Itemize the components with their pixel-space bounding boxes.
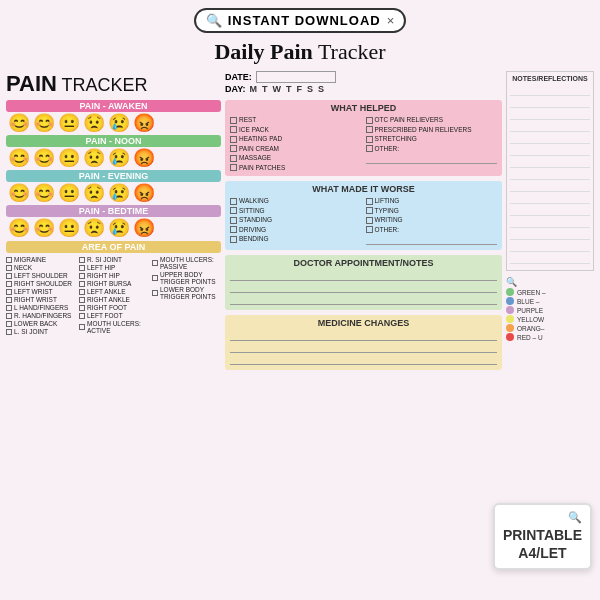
checkbox[interactable] xyxy=(230,217,237,224)
emoji-1: 😊 xyxy=(8,219,30,237)
checkbox[interactable] xyxy=(79,289,85,295)
notes-line[interactable] xyxy=(510,217,590,228)
checkbox[interactable] xyxy=(152,260,158,266)
notes-line[interactable] xyxy=(510,229,590,240)
emoji-1: 😊 xyxy=(8,149,30,167)
notes-line[interactable] xyxy=(510,253,590,264)
notes-line[interactable] xyxy=(510,133,590,144)
area-item: R. HAND/FINGERS xyxy=(6,312,75,319)
checkbox[interactable] xyxy=(230,136,237,143)
emoji-6: 😡 xyxy=(133,149,155,167)
search-bar-inner: 🔍 INSTANT DOWNLOAD × xyxy=(194,8,407,33)
check-item: BENDING xyxy=(230,235,362,243)
date-row: DATE: xyxy=(225,71,502,83)
write-line[interactable] xyxy=(230,283,497,293)
checkbox[interactable] xyxy=(230,155,237,162)
checkbox[interactable] xyxy=(79,265,85,271)
checkbox[interactable] xyxy=(366,117,373,124)
write-line[interactable] xyxy=(230,271,497,281)
notes-line[interactable] xyxy=(510,181,590,192)
checkbox[interactable] xyxy=(230,164,237,171)
notes-line[interactable] xyxy=(510,241,590,252)
checkbox[interactable] xyxy=(79,281,85,287)
day-label: DAY: xyxy=(225,84,246,94)
write-line[interactable] xyxy=(230,295,497,305)
date-label: DATE: xyxy=(225,72,252,82)
emoji-4: 😟 xyxy=(83,149,105,167)
checkbox[interactable] xyxy=(366,217,373,224)
medicine-section: MEDICINE CHANGES xyxy=(225,315,502,370)
checkbox[interactable] xyxy=(230,236,237,243)
checkbox[interactable] xyxy=(6,281,12,287)
checkbox[interactable] xyxy=(79,313,85,319)
checkbox[interactable] xyxy=(6,273,12,279)
checkbox[interactable] xyxy=(230,198,237,205)
printable-badge: 🔍 PRINTABLE A4/LET xyxy=(493,503,592,570)
check-item: PAIN PATCHES xyxy=(230,164,362,172)
date-input-box[interactable] xyxy=(256,71,336,83)
notes-line[interactable] xyxy=(510,157,590,168)
checkbox[interactable] xyxy=(230,117,237,124)
area-item: L HAND/FINGERS xyxy=(6,304,75,311)
checkbox[interactable] xyxy=(366,198,373,205)
other-line[interactable] xyxy=(366,235,498,245)
checkbox[interactable] xyxy=(79,297,85,303)
notes-line[interactable] xyxy=(510,97,590,108)
write-line[interactable] xyxy=(230,331,497,341)
emoji-1: 😊 xyxy=(8,114,30,132)
checkbox[interactable] xyxy=(366,207,373,214)
checkbox[interactable] xyxy=(230,126,237,133)
area-col-1: MIGRAINE NECK LEFT SHOULDER RIGHT SHOULD… xyxy=(6,256,75,336)
pain-noon-section: PAIN - NOON 😊 😊 😐 😟 😢 😡 xyxy=(6,135,221,167)
checkbox[interactable] xyxy=(366,145,373,152)
checkbox[interactable] xyxy=(6,297,12,303)
checkbox[interactable] xyxy=(79,257,85,263)
notes-line[interactable] xyxy=(510,109,590,120)
checkbox[interactable] xyxy=(6,305,12,311)
other-line[interactable] xyxy=(366,154,498,164)
notes-line[interactable] xyxy=(510,169,590,180)
checkbox[interactable] xyxy=(79,305,85,311)
notes-line[interactable] xyxy=(510,193,590,204)
notes-line[interactable] xyxy=(510,145,590,156)
checkbox[interactable] xyxy=(230,226,237,233)
checkbox[interactable] xyxy=(366,126,373,133)
checkbox[interactable] xyxy=(6,321,12,327)
area-item: LEFT HIP xyxy=(79,264,148,271)
checkbox[interactable] xyxy=(152,275,158,281)
notes-line[interactable] xyxy=(510,205,590,216)
notes-line[interactable] xyxy=(510,85,590,96)
checkbox[interactable] xyxy=(230,207,237,214)
checkbox[interactable] xyxy=(6,265,12,271)
write-line[interactable] xyxy=(230,343,497,353)
emoji-6: 😡 xyxy=(133,219,155,237)
area-columns: MIGRAINE NECK LEFT SHOULDER RIGHT SHOULD… xyxy=(6,256,221,336)
legend-dot-yellow xyxy=(506,315,514,323)
pain-regular-title: TRACKER xyxy=(57,75,148,95)
checkbox[interactable] xyxy=(6,289,12,295)
helped-col-2: OTC PAIN RELIEVERS PRESCRIBED PAIN RELIE… xyxy=(366,116,498,173)
checkbox[interactable] xyxy=(6,313,12,319)
area-item: MOUTH ULCERS: PASSIVE xyxy=(152,256,221,270)
checkbox[interactable] xyxy=(6,329,12,335)
emoji-6: 😡 xyxy=(133,114,155,132)
checkbox[interactable] xyxy=(79,273,85,279)
close-icon[interactable]: × xyxy=(387,13,395,28)
checkbox[interactable] xyxy=(79,324,85,330)
checkbox[interactable] xyxy=(366,226,373,233)
checkbox[interactable] xyxy=(6,257,12,263)
emoji-3: 😐 xyxy=(58,114,80,132)
checkbox[interactable] xyxy=(230,145,237,152)
pain-noon-label: PAIN - NOON xyxy=(6,135,221,147)
checkbox[interactable] xyxy=(152,290,158,296)
notes-line[interactable] xyxy=(510,121,590,132)
search-text: INSTANT DOWNLOAD xyxy=(228,13,381,28)
area-item: LOWER BACK xyxy=(6,320,75,327)
what-helped-section: WHAT HELPED REST ICE PACK HEATING PAD PA… xyxy=(225,100,502,176)
area-item: RIGHT HIP xyxy=(79,272,148,279)
area-item: LEFT SHOULDER xyxy=(6,272,75,279)
write-line[interactable] xyxy=(230,355,497,365)
doctor-lines xyxy=(230,271,497,305)
legend-item-green: GREEN – xyxy=(506,288,594,296)
checkbox[interactable] xyxy=(366,136,373,143)
